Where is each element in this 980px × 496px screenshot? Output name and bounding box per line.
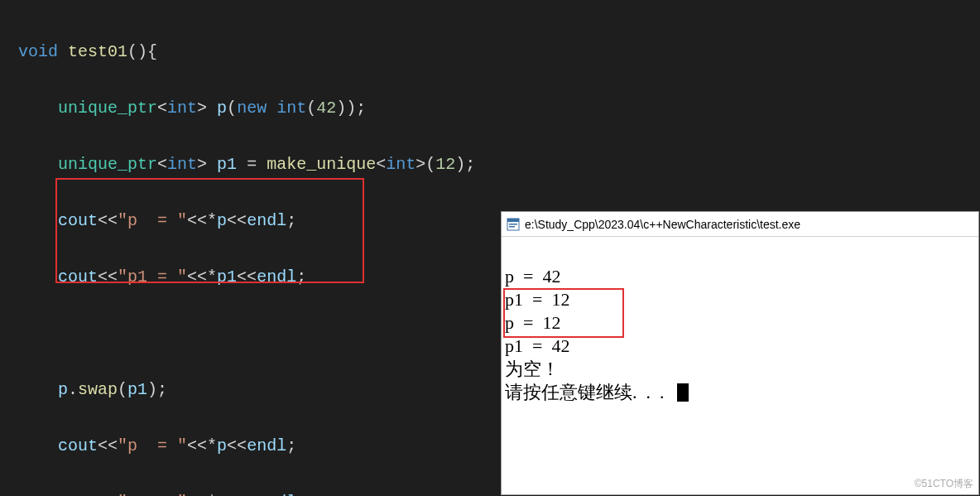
console-titlebar[interactable]: e:\Study_Cpp\2023.04\c++NewCharacteristi… — [502, 212, 978, 237]
console-title-text: e:\Study_Cpp\2023.04\c++NewCharacteristi… — [525, 218, 800, 231]
console-line: p1 = 42 — [505, 335, 569, 356]
function-name: test01 — [68, 42, 127, 61]
code-line: unique_ptr<int> p(new int(42)); — [18, 94, 980, 123]
console-app-icon — [507, 218, 520, 231]
svg-rect-3 — [509, 226, 515, 228]
svg-rect-1 — [507, 219, 519, 222]
code-line: void test01(){ — [18, 38, 980, 66]
console-line: 为空！ — [505, 359, 560, 379]
console-line: p1 = 12 — [505, 289, 569, 310]
console-window[interactable]: e:\Study_Cpp\2023.04\c++NewCharacteristi… — [501, 211, 979, 495]
console-line: p = 42 — [505, 266, 560, 287]
console-cursor — [677, 383, 689, 402]
console-output: p = 42 p1 = 12 p = 12 p1 = 42 为空！ 请按任意键继… — [502, 237, 978, 494]
console-line: p = 12 — [505, 312, 560, 333]
console-line: 请按任意键继续. . . — [505, 382, 674, 402]
watermark: ©51CTO博客 — [915, 477, 973, 491]
svg-rect-2 — [509, 224, 517, 225]
code-line: unique_ptr<int> p1 = make_unique<int>(12… — [18, 151, 980, 179]
keyword-void: void — [18, 42, 58, 61]
